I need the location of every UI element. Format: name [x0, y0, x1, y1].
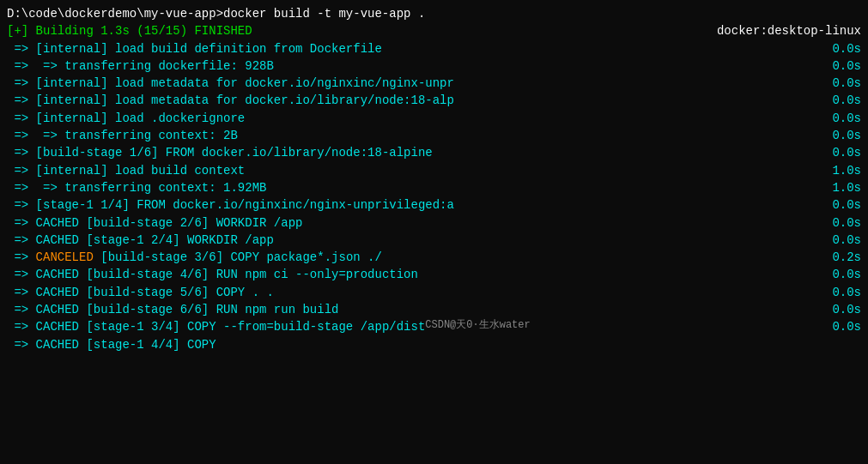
log-text-12: [stage-1 2/4] WORKDIR /app — [86, 232, 273, 249]
log-line-6: => => transferring context: 2B 0.0s — [7, 127, 861, 144]
log-line-11: => CACHED [build-stage 2/6] WORKDIR /app… — [7, 214, 861, 232]
docker-platform: docker:desktop-linux — [717, 22, 861, 39]
badge-13: CANCELED — [36, 249, 101, 266]
log-text-7: [build-stage 1/6] FROM docker.io/library… — [36, 144, 433, 161]
log-line-7: => [build-stage 1/6] FROM docker.io/libr… — [7, 144, 861, 161]
command-line: D:\code\dockerdemo\my-vue-app>docker bui… — [7, 5, 861, 22]
arrow-5: => — [7, 110, 36, 127]
log-text-5: [internal] load .dockerignore — [36, 110, 246, 127]
log-line-12: => CACHED [stage-1 2/4] WORKDIR /app 0.0… — [7, 232, 861, 249]
log-text-17: [stage-1 3/4] COPY --from=build-stage /a… — [86, 318, 425, 335]
log-text-9: => transferring context: 1.92MB — [36, 179, 267, 196]
cmd-text: D:\code\dockerdemo\my-vue-app>docker bui… — [7, 5, 425, 22]
log-text-10: [stage-1 1/4] FROM docker.io/nginxinc/ng… — [36, 196, 454, 214]
log-line-16: => CACHED [build-stage 6/6] RUN npm run … — [7, 301, 861, 318]
log-line-2: => => transferring dockerfile: 928B 0.0s — [7, 57, 861, 75]
time-17: 0.0s — [832, 318, 861, 335]
log-text-6: => transferring context: 2B — [36, 127, 238, 144]
log-line-5: => [internal] load .dockerignore 0.0s — [7, 110, 861, 127]
arrow-6: => — [7, 127, 36, 144]
arrow-3: => — [7, 75, 36, 92]
log-text-2: => transferring dockerfile: 928B — [36, 57, 274, 75]
log-line-18: => CACHED [stage-1 4/4] COPY — [7, 336, 861, 360]
time-1: 0.0s — [832, 40, 861, 57]
time-12: 0.0s — [832, 232, 861, 249]
arrow-7: => — [7, 144, 36, 161]
badge-14: CACHED — [36, 266, 87, 283]
arrow-10: => — [7, 196, 36, 214]
arrow-17: => — [7, 318, 36, 335]
log-text-1: [internal] load build definition from Do… — [36, 40, 382, 57]
time-8: 1.0s — [832, 162, 861, 179]
arrow-14: => — [7, 266, 36, 283]
log-text-4: [internal] load metadata for docker.io/l… — [36, 92, 454, 109]
time-14: 0.0s — [832, 266, 861, 283]
log-line-1: => [internal] load build definition from… — [7, 40, 861, 57]
arrow-13: => — [7, 249, 36, 266]
arrow-16: => — [7, 301, 36, 318]
time-4: 0.0s — [832, 92, 861, 109]
badge-16: CACHED — [36, 301, 87, 318]
build-status-line: [+] Building 1.3s (15/15) FINISHED docke… — [7, 22, 861, 39]
arrow-12: => — [7, 232, 36, 249]
badge-12: CACHED — [36, 232, 87, 249]
time-7: 0.0s — [832, 144, 861, 161]
time-5: 0.0s — [832, 110, 861, 127]
log-line-17: => CACHED [stage-1 3/4] COPY --from=buil… — [7, 318, 861, 335]
log-text-8: [internal] load build context — [36, 162, 246, 179]
time-10: 0.0s — [832, 196, 861, 214]
log-text-3: [internal] load metadata for docker.io/n… — [36, 75, 454, 92]
time-15: 0.0s — [832, 284, 861, 301]
arrow-2: => — [7, 57, 36, 75]
log-line-3: => [internal] load metadata for docker.i… — [7, 75, 861, 92]
watermark: CSDN@天0·生水water — [425, 318, 530, 335]
arrow-8: => — [7, 162, 36, 179]
arrow-4: => — [7, 92, 36, 109]
build-spacer — [252, 22, 717, 39]
log-line-10: => [stage-1 1/4] FROM docker.io/nginxinc… — [7, 196, 861, 214]
log-text-15: [build-stage 5/6] COPY . . — [86, 284, 273, 301]
arrow-1: => — [7, 40, 36, 57]
log-text-14: [build-stage 4/6] RUN npm ci --only=prod… — [86, 266, 417, 283]
time-16: 0.0s — [832, 301, 861, 318]
arrow-11: => — [7, 214, 36, 232]
log-line-13: => CANCELED [build-stage 3/6] COPY packa… — [7, 249, 861, 266]
build-status-text: [+] Building 1.3s (15/15) FINISHED — [7, 22, 252, 39]
badge-18: CACHED — [36, 336, 87, 360]
terminal-window: D:\code\dockerdemo\my-vue-app>docker bui… — [0, 0, 868, 464]
time-3: 0.0s — [832, 75, 861, 92]
log-text-11: [build-stage 2/6] WORKDIR /app — [86, 214, 302, 232]
log-line-4: => [internal] load metadata for docker.i… — [7, 92, 861, 109]
arrow-15: => — [7, 284, 36, 301]
time-11: 0.0s — [832, 214, 861, 232]
log-line-15: => CACHED [build-stage 5/6] COPY . . 0.0… — [7, 284, 861, 301]
badge-15: CACHED — [36, 284, 87, 301]
log-text-18: [stage-1 4/4] COPY — [86, 336, 215, 360]
log-line-9: => => transferring context: 1.92MB 1.0s — [7, 179, 861, 196]
time-9: 1.0s — [832, 179, 861, 196]
badge-17: CACHED — [36, 318, 87, 335]
time-2: 0.0s — [832, 57, 861, 75]
time-6: 0.0s — [832, 127, 861, 144]
log-line-8: => [internal] load build context 1.0s — [7, 162, 861, 179]
log-text-13: [build-stage 3/6] COPY package*.json ./ — [100, 249, 382, 266]
log-line-14: => CACHED [build-stage 4/6] RUN npm ci -… — [7, 266, 861, 283]
badge-11: CACHED — [36, 214, 87, 232]
arrow-9: => — [7, 179, 36, 196]
arrow-18: => — [7, 336, 36, 360]
log-text-16: [build-stage 6/6] RUN npm run build — [86, 301, 338, 318]
time-13: 0.2s — [832, 249, 861, 266]
